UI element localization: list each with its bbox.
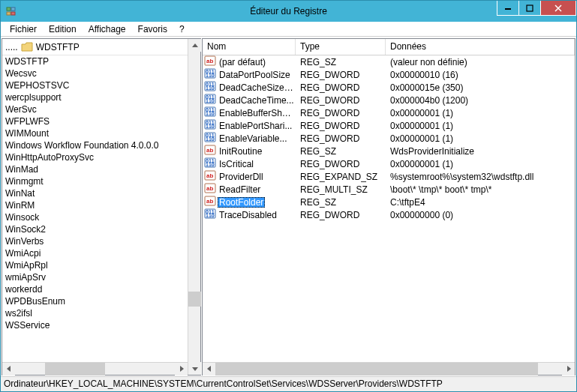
list-body[interactable]: ab(par défaut)REG_SZ(valeur non définie)… (203, 55, 575, 362)
registry-editor-window: Éditeur du Registre Fichier Edition Affi… (0, 0, 577, 392)
tree-node[interactable]: workerdd (4, 283, 186, 295)
tree-node[interactable]: WinNat (4, 187, 186, 199)
list-row[interactable]: 011110EnableVariable...REG_DWORD0x000000… (203, 132, 575, 145)
value-type: REG_DWORD (296, 82, 386, 93)
scroll-left-button[interactable] (2, 363, 15, 376)
value-type: REG_DWORD (296, 70, 386, 80)
value-name: DeadCacheSizeL... (218, 82, 296, 93)
list-row[interactable]: 011110IsCriticalREG_DWORD0x00000001 (1) (203, 157, 575, 170)
minimize-button[interactable] (497, 1, 519, 16)
menu-help[interactable]: ? (173, 22, 191, 36)
tree-node[interactable]: WinSock2 (4, 223, 186, 235)
svg-text:110: 110 (206, 98, 215, 103)
list-row[interactable]: 011110EnableBufferSha...REG_DWORD0x00000… (203, 106, 575, 119)
tree-node[interactable]: WinVerbs (4, 235, 186, 247)
value-data: 0x00000010 (16) (386, 70, 575, 80)
menubar: Fichier Edition Affichage Favoris ? (1, 22, 576, 37)
values-hscrollbar[interactable] (203, 362, 575, 375)
tree-path-dots: ..... (5, 42, 18, 52)
value-data: C:\tftpE4 (386, 197, 575, 208)
value-type: REG_SZ (296, 57, 386, 67)
tree-node[interactable]: wercplsupport (4, 91, 186, 103)
binary-value-icon: 011110 (204, 208, 216, 222)
scroll-up-button[interactable] (188, 39, 201, 52)
svg-rect-3 (11, 12, 15, 15)
tree-hscrollbar[interactable] (2, 362, 188, 375)
list-row[interactable]: abReadFilterREG_MULTI_SZ\boot\* \tmp\* b… (203, 183, 575, 196)
list-row[interactable]: abProviderDllREG_EXPAND_SZ%systemroot%\s… (203, 170, 575, 183)
scroll-right-button[interactable] (175, 363, 188, 376)
column-type-header[interactable]: Type (296, 39, 386, 55)
tree-node[interactable]: ws2ifsl (4, 307, 186, 319)
tree-node[interactable]: Windows Workflow Foundation 4.0.0.0 (4, 139, 186, 151)
scroll-track[interactable] (215, 363, 562, 376)
value-data: 0x00000001 (1) (386, 159, 575, 169)
svg-text:ab: ab (206, 198, 213, 205)
scroll-track[interactable] (15, 363, 175, 376)
list-row[interactable]: 011110EnablePortShari...REG_DWORD0x00000… (203, 119, 575, 132)
list-row[interactable]: abInitRoutineREG_SZWdsProviderInitialize (203, 145, 575, 157)
tree-node[interactable]: Winmgmt (4, 175, 186, 187)
value-name: EnableBufferSha... (218, 108, 296, 118)
scroll-track[interactable] (188, 52, 201, 362)
list-row[interactable]: ab(par défaut)REG_SZ(valeur non définie) (203, 55, 575, 68)
list-row[interactable]: 011110DataPortPoolSizeREG_DWORD0x0000001… (203, 68, 575, 81)
value-data: 0x00000001 (1) (386, 121, 575, 131)
list-row[interactable]: 011110DeadCacheSizeL...REG_DWORD0x000001… (203, 81, 575, 94)
column-data-header[interactable]: Données (386, 39, 575, 55)
tree-node[interactable]: WIMMount (4, 127, 186, 139)
list-row[interactable]: 011110TraceDisabledREG_DWORD0x00000000 (… (203, 208, 575, 221)
value-pane: Nom Type Données ab(par défaut)REG_SZ(va… (202, 38, 575, 376)
tree-body[interactable]: WDSTFTPWecsvcWEPHOSTSVCwercplsupportWerS… (2, 55, 188, 362)
tree-node[interactable]: WPDBusEnum (4, 295, 186, 307)
tree-node[interactable]: WFPLWFS (4, 115, 186, 127)
svg-rect-4 (505, 8, 511, 10)
value-name: InitRoutine (218, 146, 263, 157)
menu-view[interactable]: Affichage (83, 22, 132, 36)
list-row[interactable]: 011110DeadCacheTime...REG_DWORD0x000004b… (203, 94, 575, 106)
list-row[interactable]: abRootFolderREG_SZC:\tftpE4 (203, 196, 575, 208)
menu-favorites[interactable]: Favoris (132, 22, 173, 36)
tree-node[interactable]: WerSvc (4, 103, 186, 115)
svg-text:110: 110 (206, 162, 215, 167)
value-name: IsCritical (218, 159, 255, 169)
tree-node[interactable]: WDSTFTP (4, 55, 186, 67)
scroll-thumb[interactable] (188, 292, 201, 307)
tree-header[interactable]: ..... WDSTFTP (2, 39, 188, 55)
titlebar[interactable]: Éditeur du Registre (1, 1, 576, 22)
value-type: REG_MULTI_SZ (296, 184, 386, 195)
scroll-thumb[interactable] (45, 363, 105, 376)
scroll-down-button[interactable] (188, 362, 201, 375)
value-name: DataPortPoolSize (218, 70, 292, 80)
close-button[interactable] (540, 1, 576, 16)
maximize-button[interactable] (518, 1, 541, 16)
menu-edit[interactable]: Edition (43, 22, 83, 36)
tree-node[interactable]: WmiAcpi (4, 247, 186, 259)
tree-node[interactable]: WmiApRpl (4, 259, 186, 271)
value-data: 0x00000001 (1) (386, 133, 575, 144)
tree-selected-key: WDSTFTP (36, 42, 80, 52)
scroll-thumb[interactable] (215, 363, 538, 376)
tree-node[interactable]: Winsock (4, 211, 186, 223)
value-data: 0x00000000 (0) (386, 210, 575, 220)
scroll-left-button[interactable] (203, 363, 215, 376)
tree-node[interactable]: WinHttpAutoProxySvc (4, 151, 186, 163)
value-type: REG_SZ (296, 197, 386, 208)
tree-node[interactable]: WinMad (4, 163, 186, 175)
tree-node[interactable]: WEPHOSTSVC (4, 79, 186, 91)
value-type: REG_DWORD (296, 159, 386, 169)
tree-node[interactable]: Wecsvc (4, 67, 186, 79)
value-name: (par défaut) (218, 57, 267, 67)
scroll-right-button[interactable] (562, 363, 575, 376)
tree-node[interactable]: wmiApSrv (4, 271, 186, 283)
tree-node[interactable]: WinRM (4, 199, 186, 211)
svg-rect-2 (7, 12, 11, 15)
tree-node[interactable]: WSService (4, 319, 186, 331)
svg-rect-0 (7, 7, 11, 10)
value-type: REG_DWORD (296, 95, 386, 106)
tree-vscrollbar[interactable] (188, 39, 200, 375)
menu-file[interactable]: Fichier (4, 22, 43, 36)
column-name-header[interactable]: Nom (203, 39, 296, 55)
value-name: DeadCacheTime... (218, 95, 296, 106)
svg-rect-1 (11, 7, 15, 10)
